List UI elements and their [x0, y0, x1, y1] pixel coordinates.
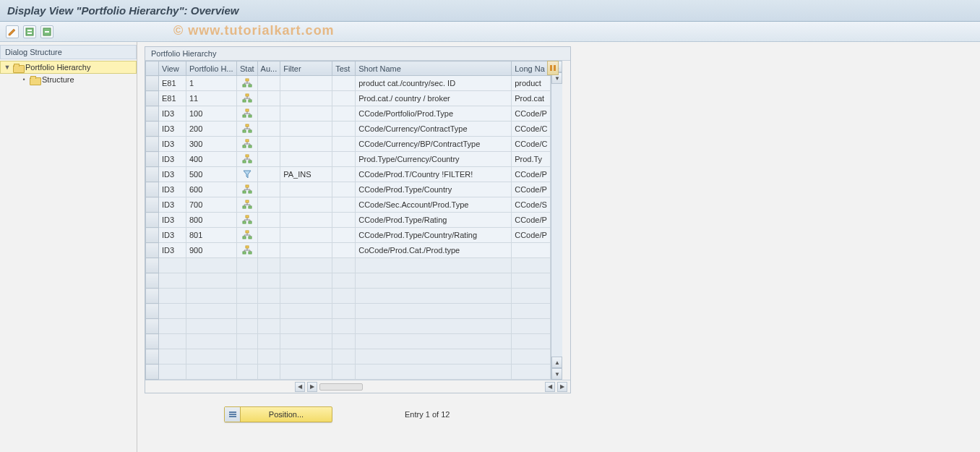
cell-au: [257, 91, 280, 106]
svg-rect-38: [550, 65, 552, 71]
row-selector[interactable]: [146, 197, 159, 213]
row-selector[interactable]: [146, 258, 159, 273]
toggle-edit-icon[interactable]: [6, 25, 19, 38]
table-row[interactable]: ID3400Prod.Type/Currency/CountryProd.Ty: [146, 152, 551, 167]
cell-portfolio-h: 1: [186, 76, 237, 91]
collapse-icon[interactable]: [40, 25, 53, 38]
cell-filter: [280, 243, 332, 258]
row-selector[interactable]: [146, 152, 159, 167]
table-config-button[interactable]: [547, 61, 559, 75]
svg-rect-27: [243, 206, 246, 208]
hierarchy-status-icon: [237, 152, 258, 167]
hscroll-thumb[interactable]: [319, 383, 363, 391]
cell-au: [257, 228, 280, 243]
table-row[interactable]: ID3200CCode/Currency/ContractTypeCCode/C: [146, 121, 551, 137]
hierarchy-status-icon: [237, 243, 258, 258]
scroll-right-icon[interactable]: ▶: [307, 382, 317, 392]
row-selector[interactable]: [146, 304, 159, 319]
row-selector[interactable]: [146, 319, 159, 334]
col-long-name[interactable]: Long Na: [512, 61, 551, 76]
row-selector[interactable]: [146, 273, 159, 289]
tree-item-label: Structure: [42, 75, 74, 84]
row-selector-header: [146, 61, 159, 76]
scroll-right2-icon[interactable]: ▶: [557, 382, 567, 392]
position-button[interactable]: Position...: [224, 406, 332, 422]
footer-row: Position... Entry 1 of 12: [224, 406, 973, 422]
svg-rect-5: [246, 79, 249, 81]
cell-filter: [280, 213, 332, 228]
svg-rect-9: [243, 100, 246, 102]
vertical-scrollbar[interactable]: ▲ ▼ ▲ ▼: [551, 61, 562, 380]
cell-view: ID3: [159, 106, 186, 121]
row-selector[interactable]: [146, 334, 159, 349]
svg-rect-21: [243, 161, 246, 163]
tree-item-portfolio-hierarchy[interactable]: ▼ Portfolio Hierarchy: [0, 61, 137, 74]
cell-test: [332, 167, 356, 182]
row-selector[interactable]: [146, 121, 159, 137]
scroll-down2-icon[interactable]: ▼: [551, 368, 562, 380]
table-row[interactable]: E8111Prod.cat./ country / brokerProd.cat: [146, 91, 551, 106]
row-selector[interactable]: [146, 289, 159, 304]
cell-au: [257, 152, 280, 167]
cell-filter: [280, 197, 332, 213]
tree-item-structure[interactable]: • Structure: [0, 74, 137, 85]
table-row[interactable]: ID3300CCode/Currency/BP/ContractTypeCCod…: [146, 137, 551, 152]
row-selector[interactable]: [146, 364, 159, 380]
cell-test: [332, 152, 356, 167]
svg-rect-18: [243, 145, 246, 148]
row-selector[interactable]: [146, 167, 159, 182]
cell-view: ID3: [159, 137, 186, 152]
table-row[interactable]: E811product cat./country/sec. IDproduct: [146, 76, 551, 91]
cell-au: [257, 121, 280, 137]
watermark: © www.tutorialkart.com: [173, 23, 335, 38]
row-selector[interactable]: [146, 137, 159, 152]
svg-rect-30: [243, 221, 246, 223]
col-short-name[interactable]: Short Name: [356, 61, 512, 76]
cell-au: [257, 213, 280, 228]
expand-icon[interactable]: [23, 25, 36, 38]
svg-rect-23: [246, 185, 249, 187]
scroll-left-icon[interactable]: ◀: [295, 382, 305, 392]
row-selector[interactable]: [146, 349, 159, 364]
table-row-empty: [146, 334, 551, 349]
cell-long-name: Prod.cat: [512, 91, 551, 106]
cell-short-name: CCode/Prod.Type/Country/Rating: [356, 228, 512, 243]
scroll-up2-icon[interactable]: ▲: [551, 357, 562, 368]
table-row[interactable]: ID3900CoCode/Prod.Cat./Prod.type: [146, 243, 551, 258]
col-au[interactable]: Au...: [257, 61, 280, 76]
row-selector[interactable]: [146, 228, 159, 243]
cell-test: [332, 121, 356, 137]
row-selector[interactable]: [146, 243, 159, 258]
row-selector[interactable]: [146, 213, 159, 228]
table-row-empty: [146, 304, 551, 319]
table-row[interactable]: ID3800CCode/Prod.Type/RatingCCode/P: [146, 213, 551, 228]
svg-rect-22: [249, 161, 252, 163]
cell-short-name: CCode/Prod.T/Country !FILTER!: [356, 167, 512, 182]
row-selector[interactable]: [146, 106, 159, 121]
row-selector[interactable]: [146, 91, 159, 106]
scroll-left2-icon[interactable]: ◀: [545, 382, 555, 392]
cell-portfolio-h: 801: [186, 228, 237, 243]
cell-view: ID3: [159, 243, 186, 258]
horizontal-scrollbar[interactable]: ◀ ▶ ◀ ▶: [145, 380, 570, 393]
row-selector[interactable]: [146, 76, 159, 91]
table-row[interactable]: ID3100CCode/Portfolio/Prod.TypeCCode/P: [146, 106, 551, 121]
table-row[interactable]: ID3700CCode/Sec.Account/Prod.TypeCCode/S: [146, 197, 551, 213]
tree-expander-icon[interactable]: ▼: [4, 64, 11, 71]
col-stat[interactable]: Stat: [237, 61, 258, 76]
svg-rect-17: [246, 140, 249, 142]
svg-rect-37: [249, 252, 252, 254]
cell-short-name: product cat./country/sec. ID: [356, 76, 512, 91]
row-selector[interactable]: [146, 182, 159, 197]
col-portfolio-h[interactable]: Portfolio H...: [186, 61, 237, 76]
col-test[interactable]: Test: [332, 61, 356, 76]
table-row[interactable]: ID3801CCode/Prod.Type/Country/RatingCCod…: [146, 228, 551, 243]
cell-filter: [280, 91, 332, 106]
table-row[interactable]: ID3600CCode/Prod.Type/CountryCCode/P: [146, 182, 551, 197]
svg-rect-40: [229, 412, 236, 413]
col-filter[interactable]: Filter: [280, 61, 332, 76]
cell-short-name: CoCode/Prod.Cat./Prod.type: [356, 243, 512, 258]
scroll-track[interactable]: [551, 84, 562, 357]
col-view[interactable]: View: [159, 61, 186, 76]
table-row[interactable]: ID3500PA_INSCCode/Prod.T/Country !FILTER…: [146, 167, 551, 182]
